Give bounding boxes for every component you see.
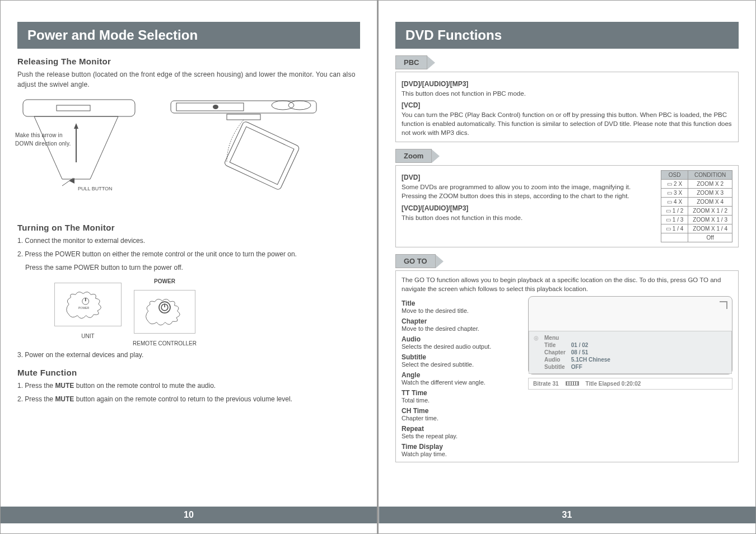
subhead-zoom: Zoom — [395, 149, 739, 163]
panel-zoom: [DVD] Some DVDs are programmed to allow … — [395, 165, 739, 247]
diagram-row-monitor: PULL BUTTON Make this arrow in DOWN dire… — [17, 95, 360, 215]
pbc-sub2-body: You can turn the PBC (Play Back Control)… — [402, 110, 732, 137]
goto-item-title: TT Time — [402, 389, 519, 397]
magnify-icon: ▭ — [667, 199, 674, 205]
mute-step-1: 1. Press the MUTE button on the remote c… — [17, 381, 360, 391]
goto-item-title: Time Display — [402, 443, 519, 451]
page-left: Power and Mode Selection Releasing The M… — [0, 0, 378, 534]
goto-item-title: Repeat — [402, 425, 519, 433]
remote-power-svg — [139, 293, 190, 330]
power-diagram-row: POWER UNIT POWER REMOTE CONTROLLER — [51, 278, 360, 346]
zoom-cond-cell: ZOOM X 1 / 3 — [688, 216, 732, 224]
title-bar-left: Power and Mode Selection — [17, 22, 360, 49]
zoom-cond-cell: Off — [688, 233, 732, 242]
tab-pbc: PBC — [395, 55, 427, 69]
panel-goto: The GO TO function allows you to begin p… — [395, 270, 739, 462]
unit-power-diagram: POWER UNIT — [51, 278, 125, 339]
unit-power-svg: POWER — [59, 286, 116, 323]
subhead-pbc: PBC — [395, 55, 739, 69]
magnify-icon: ▭ — [667, 190, 674, 196]
table-row: ▭ 1 / 3ZOOM X 1 / 3 — [661, 216, 732, 224]
osd-screen: ◎ Menu Title Chapter Audio Subtitle 01 / — [528, 296, 732, 374]
svg-rect-0 — [23, 100, 135, 116]
goto-intro: The GO TO function allows you to begin p… — [402, 275, 732, 293]
goto-item-title: CH Time — [402, 407, 519, 415]
page-number-right: 31 — [379, 507, 755, 523]
goto-item-desc: Move to the desired title. — [402, 307, 519, 314]
zoom-sub1-body: Some DVDs are programmed to allow you to… — [402, 182, 655, 200]
osd-bitrate: Bitrate 31 — [533, 381, 559, 387]
zoom-osd-cell: ▭ 4 X — [661, 198, 688, 207]
diagram-top-view: PULL BUTTON Make this arrow in DOWN dire… — [17, 95, 152, 215]
osd-box: ◎ Menu Title Chapter Audio Subtitle 01 / — [528, 296, 732, 457]
heading-releasing: Releasing The Monitor — [17, 57, 360, 66]
power-label-top: POWER — [130, 278, 199, 284]
monitor-side-svg — [160, 95, 328, 196]
zoom-osd-cell: ▭ 1 / 4 — [661, 224, 688, 233]
goto-item-desc: Total time. — [402, 397, 519, 404]
tab-goto: GO TO — [395, 254, 436, 268]
table-row: ▭ 2 XZOOM X 2 — [661, 180, 732, 189]
zoom-cond-cell: ZOOM X 4 — [688, 198, 732, 207]
heading-turning: Turning on The Monitor — [17, 223, 360, 232]
table-row: ▭ 1 / 2ZOOM X 1 / 2 — [661, 207, 732, 216]
caption-remote: REMOTE CONTROLLER — [130, 340, 199, 346]
pbc-sub2: [VCD] — [402, 101, 732, 109]
osd-elapsed: Title Elapsed 0:20:02 — [586, 381, 641, 387]
goto-item-title: Chapter — [402, 317, 519, 325]
pbc-sub1-body: This button does not function in PBC mod… — [402, 89, 732, 98]
bitrate-bar-icon — [566, 381, 579, 386]
caption-unit: UNIT — [51, 333, 125, 339]
goto-item-title: Subtitle — [402, 353, 519, 361]
step-2a: 2. Press the POWER button on either the … — [17, 249, 360, 259]
disc-icon: ◎ — [534, 335, 539, 370]
panel-pbc: [DVD]/[AUDIO]/[MP3] This button does not… — [395, 72, 739, 142]
zoom-osd-cell: ▭ 2 X — [661, 180, 688, 189]
zoom-sub2: [VCD]/[AUDIO]/[MP3] — [402, 204, 655, 212]
goto-list: TitleMove to the desired title.ChapterMo… — [402, 296, 519, 457]
svg-text:POWER: POWER — [78, 306, 90, 310]
goto-item-desc: Select the desired subtitle. — [402, 361, 519, 368]
arrow-note: Make this arrow in DOWN direction only. — [15, 131, 82, 148]
diagram-side-view — [160, 95, 328, 198]
osd-bottom-bar: Bitrate 31 Title Elapsed 0:20:02 — [528, 378, 732, 390]
magnify-icon: ▭ — [667, 181, 674, 187]
table-row: ▭ 4 XZOOM X 4 — [661, 198, 732, 207]
magnify-icon: ▭ — [666, 208, 673, 214]
remote-power-diagram: POWER REMOTE CONTROLLER — [130, 278, 199, 346]
pull-button-label: PULL BUTTON — [78, 186, 113, 191]
osd-subtitle-label: Subtitle — [544, 364, 566, 370]
step-1: 1. Connect the monitor to external devic… — [17, 236, 360, 246]
text-releasing-body: Push the release button (located on the … — [17, 69, 360, 90]
goto-item-desc: Selects the desired audio output. — [402, 343, 519, 350]
subhead-goto: GO TO — [395, 254, 739, 268]
zoom-osd-cell: ▭ 3 X — [661, 189, 688, 198]
step-3: 3. Power on the external devices and pla… — [17, 350, 360, 360]
magnify-icon: ▭ — [666, 226, 673, 232]
osd-chapter-value: 08 / 51 — [571, 349, 610, 355]
zoom-th-osd: OSD — [661, 171, 688, 180]
step-2b: Press the same POWER button to turn the … — [25, 263, 360, 273]
pbc-sub1: [DVD]/[AUDIO]/[MP3] — [402, 80, 732, 88]
svg-rect-9 — [227, 114, 260, 120]
mute-step-2: 2. Press the MUTE button again on the re… — [17, 394, 360, 404]
goto-item-title: Title — [402, 299, 519, 307]
magnify-icon: ▭ — [666, 217, 673, 223]
goto-item-desc: Watch play time. — [402, 451, 519, 457]
table-row: ▭ 3 XZOOM X 3 — [661, 189, 732, 198]
goto-item-desc: Watch the different view angle. — [402, 379, 519, 386]
tab-zoom: Zoom — [395, 149, 432, 163]
goto-item-title: Audio — [402, 335, 519, 343]
zoom-cond-cell: ZOOM X 1 / 4 — [688, 224, 732, 233]
zoom-osd-cell: ▭ 1 / 2 — [661, 207, 688, 216]
osd-title-value: 01 / 02 — [571, 342, 610, 348]
osd-title-label: Title — [544, 342, 566, 348]
osd-subtitle-value: OFF — [571, 364, 610, 370]
osd-audio-label: Audio — [544, 357, 566, 363]
goto-item-title: Angle — [402, 371, 519, 379]
zoom-table: OSD CONDITION ▭ 2 XZOOM X 2▭ 3 XZOOM X 3… — [661, 170, 732, 242]
zoom-cond-cell: ZOOM X 1 / 2 — [688, 207, 732, 216]
zoom-osd-cell — [661, 233, 688, 242]
goto-item-desc: Move to the desired chapter. — [402, 325, 519, 332]
osd-chapter-label: Chapter — [544, 349, 566, 355]
